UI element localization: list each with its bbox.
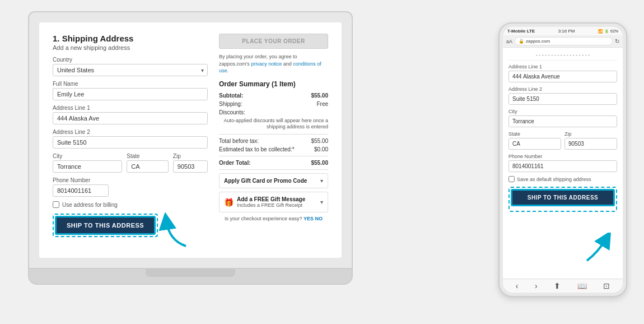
phone-zip-label: Zip <box>564 131 617 137</box>
gift-message-sub: Includes a FREE Gift Receipt <box>237 202 305 208</box>
discounts-label: Discounts: <box>219 109 245 115</box>
country-label: Country <box>53 57 208 63</box>
discounts-notice: Auto-applied discounts will appear here … <box>219 118 328 131</box>
phone-address1-group: Address Line 1 <box>508 64 617 82</box>
phone-zip-group: Zip <box>564 131 617 150</box>
estimated-tax-label: Estimated tax to be collected:* <box>219 146 295 152</box>
forward-button[interactable]: › <box>535 281 538 290</box>
chevron-down-icon-gift: ▾ <box>320 199 323 205</box>
address2-input[interactable] <box>53 136 208 149</box>
city-label: City <box>53 153 122 159</box>
shipping-label: Shipping: <box>219 101 242 107</box>
browser-aa-label[interactable]: aA <box>506 39 512 44</box>
gift-promo-section[interactable]: Apply Gift Card or Promo Code ▾ <box>219 173 328 188</box>
estimated-tax-value: $0.00 <box>314 146 328 152</box>
billing-checkbox-label: Use address for billing <box>62 202 118 208</box>
feedback-yes-link[interactable]: YES <box>304 216 314 221</box>
phone-nav-bar: ‹ › ⬆ 📖 ⊡ <box>503 279 623 293</box>
fullname-group: Full Name <box>53 81 208 100</box>
order-notice: By placing your order, you agree to zapp… <box>219 53 328 75</box>
phone-state-label: State <box>508 131 561 137</box>
refresh-icon[interactable]: ↻ <box>615 38 619 44</box>
gift-message-section[interactable]: 🎁 Add a FREE Gift Message Includes a FRE… <box>219 192 328 212</box>
order-total-value: $55.00 <box>311 160 328 166</box>
zip-input[interactable] <box>173 160 208 173</box>
phone-address1-label: Address Line 1 <box>508 64 617 70</box>
order-notice-and: and <box>283 61 293 67</box>
scene: 1. Shipping Address Add a new shipping a… <box>0 0 644 324</box>
bookmarks-button[interactable]: 📖 <box>577 281 587 290</box>
battery-percent: 62% <box>610 29 618 33</box>
phone-state-input[interactable] <box>508 138 561 150</box>
lock-icon: 🔒 <box>519 39 524 44</box>
laptop-base <box>28 269 353 285</box>
phone-zip-input[interactable] <box>564 138 617 150</box>
billing-checkbox-row: Use address for billing <box>53 201 208 208</box>
order-total-label: Order Total: <box>219 160 250 166</box>
gift-text-block: Add a FREE Gift Message Includes a FREE … <box>237 196 305 208</box>
total-before-row: Total before tax: $55.00 <box>219 138 328 144</box>
phone-address2-label: Address Line 2 <box>508 86 617 92</box>
total-before-label: Total before tax: <box>219 138 259 144</box>
order-summary-title: Order Summary (1 Item) <box>219 80 328 88</box>
phone-status-bar: T-Mobile LTE 3:16 PM 📶 🔋 62% <box>503 27 623 35</box>
battery-icon: 🔋 <box>604 29 609 34</box>
address2-group: Address Line 2 <box>53 129 208 149</box>
phone-default-checkbox[interactable] <box>508 176 515 182</box>
phone-input[interactable] <box>53 184 109 197</box>
country-group: Country United States ▾ <box>53 57 208 76</box>
ship-to-address-button[interactable]: SHIP TO THIS ADDRESS <box>55 216 156 235</box>
carrier-text: T-Mobile LTE <box>507 29 535 34</box>
phone-ship-to-address-button[interactable]: SHIP TO THIS ADDRESS <box>511 189 615 206</box>
country-select[interactable]: United States <box>53 64 208 76</box>
city-group: City <box>53 153 122 173</box>
phone: T-Mobile LTE 3:16 PM 📶 🔋 62% aA 🔒 zappos… <box>498 22 627 297</box>
tabs-button[interactable]: ⊡ <box>603 281 610 290</box>
billing-checkbox[interactable] <box>53 201 59 208</box>
time-text: 3:16 PM <box>558 29 575 34</box>
shipping-row: Shipping: Free <box>219 101 328 107</box>
phone-state-zip-row: State Zip <box>508 131 617 154</box>
subtotal-value: $55.00 <box>311 92 328 99</box>
share-button[interactable]: ⬆ <box>554 281 561 290</box>
phone-label: Phone Number <box>53 177 208 183</box>
ship-button-wrapper: SHIP TO THIS ADDRESS <box>53 214 158 237</box>
phone-address1-input[interactable] <box>508 71 617 82</box>
phone-ship-button-arrow <box>581 233 615 268</box>
laptop-stand <box>146 269 235 277</box>
address1-label: Address Line 1 <box>53 105 208 111</box>
phone-state-group: State <box>508 131 561 150</box>
phone-group: Phone Number <box>53 177 208 197</box>
feedback-row: Is your checkout experience easy? YES NO <box>219 216 328 221</box>
order-total-row: Order Total: $55.00 <box>219 160 328 166</box>
zip-group: Zip <box>173 153 208 173</box>
subtotal-label: Subtotal: <box>219 92 243 99</box>
privacy-notice-link[interactable]: privacy notice <box>251 61 282 67</box>
battery-indicator: 📶 🔋 62% <box>598 29 618 34</box>
phone-city-input[interactable] <box>508 115 617 127</box>
state-input[interactable] <box>127 160 169 173</box>
chevron-down-icon: ▾ <box>320 178 323 184</box>
phone-phone-input[interactable] <box>508 160 617 172</box>
phone-address2-group: Address Line 2 <box>508 86 617 105</box>
gift-promo-label: Apply Gift Card or Promo Code <box>224 178 307 184</box>
fullname-input[interactable] <box>53 88 208 100</box>
city-input[interactable] <box>53 160 122 173</box>
state-group: State <box>127 153 169 173</box>
feedback-text: Is your checkout experience easy? <box>225 216 302 221</box>
estimated-tax-row: Estimated tax to be collected:* $0.00 <box>219 146 328 152</box>
ship-button-arrow <box>158 212 192 253</box>
fullname-label: Full Name <box>53 81 208 87</box>
address1-input[interactable] <box>53 112 208 124</box>
phone-header-divider: - - - - - - - - - - - - - - - - - - <box>508 52 617 61</box>
back-button[interactable]: ‹ <box>516 281 519 290</box>
laptop: 1. Shipping Address Add a new shipping a… <box>28 11 353 303</box>
browser-url-bar[interactable]: 🔒 zappos.com <box>515 37 613 45</box>
phone-address2-input[interactable] <box>508 93 617 105</box>
url-text: zappos.com <box>526 39 550 44</box>
signal-icon: 📶 <box>598 29 603 34</box>
phone-browser-bar: aA 🔒 zappos.com ↻ <box>503 35 623 48</box>
place-order-button: PLACE YOUR ORDER <box>219 34 328 49</box>
order-divider-2 <box>219 156 328 156</box>
feedback-no-link[interactable]: NO <box>315 216 323 221</box>
